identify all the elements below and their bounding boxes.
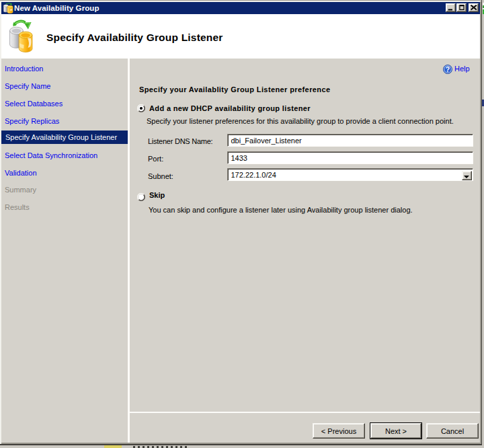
svg-text:?: ? — [445, 65, 449, 73]
